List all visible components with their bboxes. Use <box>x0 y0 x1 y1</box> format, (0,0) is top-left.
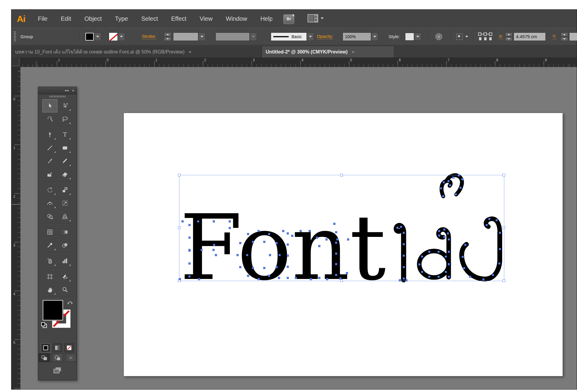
anchor-point[interactable] <box>346 272 348 274</box>
controlbar-grip[interactable] <box>14 32 16 42</box>
anchor-point[interactable] <box>239 242 241 244</box>
tool-pencil[interactable] <box>57 155 72 168</box>
document-tab-active[interactable]: Untitled-2* @ 300% (CMYK/Preview) × <box>262 46 394 57</box>
brush-dropdown[interactable] <box>307 32 314 41</box>
opacity-field[interactable]: 100% <box>343 32 371 41</box>
tool-hand[interactable] <box>42 283 57 296</box>
canvas-area[interactable]: Font ◄◄ × T <box>20 67 577 389</box>
y-coordinate-field[interactable] <box>569 32 577 41</box>
ruler-origin-box[interactable] <box>11 57 21 67</box>
anchor-point[interactable] <box>276 266 278 268</box>
anchor-point[interactable] <box>276 242 278 244</box>
tool-width[interactable] <box>42 197 57 210</box>
anchor-point[interactable] <box>309 230 311 232</box>
menu-edit[interactable]: Edit <box>61 15 71 22</box>
anchor-point[interactable] <box>440 187 442 189</box>
tool-eyedropper[interactable] <box>42 239 57 252</box>
anchor-point[interactable] <box>246 254 248 256</box>
anchor-point[interactable] <box>445 256 447 258</box>
menu-help[interactable]: Help <box>260 15 273 22</box>
isolate-object-button[interactable] <box>456 28 468 45</box>
close-panel-icon[interactable]: × <box>72 88 74 93</box>
anchor-point[interactable] <box>279 254 281 256</box>
anchor-point[interactable] <box>179 278 181 280</box>
anchor-point[interactable] <box>188 237 191 239</box>
anchor-point[interactable] <box>287 277 289 279</box>
anchor-point[interactable] <box>482 278 484 280</box>
anchor-point[interactable] <box>188 262 191 265</box>
anchor-point[interactable] <box>463 267 465 269</box>
tool-perspective-grid[interactable] <box>57 210 72 223</box>
anchor-point[interactable] <box>252 241 254 243</box>
anchor-point[interactable] <box>247 233 249 235</box>
anchor-point[interactable] <box>428 251 430 253</box>
anchor-point[interactable] <box>237 254 239 256</box>
anchor-point[interactable] <box>421 256 423 258</box>
anchor-point[interactable] <box>498 262 500 265</box>
tool-symbol-sprayer[interactable] <box>42 254 57 268</box>
width-profile-dropdown[interactable] <box>250 32 257 41</box>
fill-color-button[interactable] <box>85 28 101 45</box>
tool-free-transform[interactable] <box>57 197 72 210</box>
anchor-point[interactable] <box>447 180 450 182</box>
anchor-point[interactable] <box>335 242 337 244</box>
width-profile-combo[interactable] <box>215 28 257 45</box>
align-options-button[interactable] <box>478 28 493 45</box>
anchor-point[interactable] <box>287 266 289 268</box>
recolor-artwork-button[interactable] <box>435 28 443 45</box>
tool-blob-brush[interactable] <box>42 168 57 181</box>
x-stepper[interactable] <box>505 28 512 45</box>
anchor-point[interactable] <box>326 278 328 280</box>
vertical-ruler[interactable]: 012345 <box>11 67 21 389</box>
change-screen-mode-button[interactable] <box>49 365 66 376</box>
anchor-point[interactable] <box>252 267 254 269</box>
none-button[interactable] <box>64 343 74 352</box>
fill-dropdown-button[interactable] <box>94 32 101 41</box>
opacity-label[interactable]: Opacity: <box>317 34 333 39</box>
anchor-point[interactable] <box>229 227 231 229</box>
tool-shape-builder[interactable] <box>42 210 57 223</box>
tool-rectangle[interactable] <box>57 141 72 155</box>
anchor-point[interactable] <box>403 232 405 234</box>
anchor-point[interactable] <box>442 195 444 197</box>
anchor-point[interactable] <box>282 230 284 232</box>
anchor-point[interactable] <box>318 277 320 279</box>
step-down-button[interactable] <box>505 37 512 41</box>
anchor-point[interactable] <box>295 277 297 279</box>
swap-fill-stroke-icon[interactable] <box>67 299 74 307</box>
anchor-point[interactable] <box>448 263 450 265</box>
anchor-point[interactable] <box>403 266 405 268</box>
anchor-point[interactable] <box>455 193 457 195</box>
y-coordinate-label[interactable]: Y: <box>552 34 556 39</box>
anchor-point[interactable] <box>333 223 335 225</box>
anchor-point[interactable] <box>247 275 249 277</box>
anchor-point[interactable] <box>438 251 440 253</box>
anchor-point[interactable] <box>287 255 289 257</box>
anchor-point[interactable] <box>268 275 270 277</box>
tool-zoom[interactable] <box>57 283 72 296</box>
anchor-point[interactable] <box>443 181 445 183</box>
anchor-point[interactable] <box>461 178 463 180</box>
anchor-point[interactable] <box>347 238 349 240</box>
anchor-point[interactable] <box>462 256 464 258</box>
anchor-point[interactable] <box>287 243 289 246</box>
anchor-point[interactable] <box>405 279 408 281</box>
menu-object[interactable]: Object <box>84 15 102 22</box>
tools-panel-header[interactable]: ◄◄ × <box>38 87 77 94</box>
anchor-point[interactable] <box>197 220 199 222</box>
anchor-point[interactable] <box>448 251 450 253</box>
anchor-point[interactable] <box>335 274 337 276</box>
selection-handle[interactable] <box>178 174 181 176</box>
anchor-point[interactable] <box>438 276 440 278</box>
anchor-point[interactable] <box>316 237 318 239</box>
anchor-point[interactable] <box>486 224 488 226</box>
selection-handle[interactable] <box>502 174 505 176</box>
style-combo[interactable] <box>405 28 421 45</box>
anchor-point[interactable] <box>335 231 337 233</box>
anchor-point[interactable] <box>263 267 265 269</box>
tool-type[interactable]: T <box>57 128 72 141</box>
anchor-point[interactable] <box>268 233 270 235</box>
anchor-point[interactable] <box>449 184 451 186</box>
brush-definition-combo[interactable]: Basic <box>271 28 314 45</box>
menu-window[interactable]: Window <box>226 15 247 22</box>
